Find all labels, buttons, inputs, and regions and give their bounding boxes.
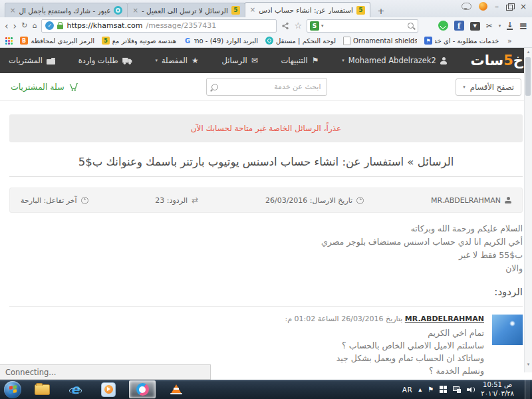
khamsat-logo[interactable]: خ5سات — [471, 54, 523, 68]
close-button[interactable]: × — [520, 3, 527, 11]
reply-line: تمام اخي الكريم — [285, 327, 484, 339]
search-engine-icon[interactable]: S — [310, 21, 319, 31]
scrollbar-thumb[interactable] — [525, 57, 531, 96]
nav-purchases[interactable]: المشتريات — [9, 56, 55, 65]
nav-notifications[interactable]: ⚑ التنبيهات — [281, 56, 319, 65]
url-domain: https://khamsat.com — [66, 21, 142, 30]
tab-close-icon[interactable]: × — [250, 7, 255, 13]
bookmark-item[interactable]: 5 هندسة صوتية وفلاتر مع... — [102, 37, 176, 45]
message-line: أخي الكريم انا لدي حساب ادسنس مستضاف بلو… — [9, 235, 523, 249]
tab-title: عبور - شارك واستمتع بأجمل ال — [19, 7, 110, 15]
message-line: السلام عليكم ورحمة الله وبركاته — [9, 222, 523, 235]
divider — [9, 176, 523, 177]
reply-avatar[interactable] — [492, 315, 523, 345]
bookmark-item[interactable]: Ornamental shields ... — [343, 37, 417, 45]
reload-icon[interactable]: ↻ — [21, 22, 27, 29]
home-icon[interactable]: ⌂ — [32, 22, 37, 29]
taskbar-explorer[interactable] — [29, 381, 55, 398]
reply-author-link[interactable]: MR.ABDELRAHMAN — [405, 315, 484, 323]
site-identity-icon[interactable]: ✓ — [45, 21, 54, 30]
bookmark-item[interactable]: G البريد الوارد (49) - mo... — [184, 37, 258, 45]
scroll-down-icon[interactable]: ▾ — [525, 360, 532, 368]
whatsapp-icon[interactable] — [438, 21, 448, 31]
page-viewport: خ5سات Mohamed Abdelrazek2 ▾ ⚑ التنبيهات … — [0, 48, 532, 380]
bookmark-item[interactable]: B الرمز البريدى لمحافظة ا... — [20, 37, 94, 45]
bookmark-label: خدمات مطلوبة - اي خدمة — [435, 37, 499, 45]
browser-search-bar[interactable]: S ▾ — [307, 19, 418, 33]
chevron-down-icon[interactable]: ▾ — [321, 23, 324, 29]
nav-user-menu[interactable]: Mohamed Abdelrazek2 ▾ — [342, 56, 448, 65]
vlc-cone-icon — [171, 384, 182, 394]
tray-expand-icon[interactable]: ▴ — [418, 386, 422, 393]
bookmarks-overflow-icon[interactable]: » — [507, 37, 512, 45]
scroll-up-icon[interactable]: ▴ — [525, 48, 532, 56]
tab-title: استفسار عن: انشاء حساب ادس — [259, 6, 353, 14]
screenshot-scissors-icon[interactable]: ✂ — [486, 21, 493, 31]
bookmark-label: الرمز البريدى لمحافظة ا... — [31, 37, 94, 45]
windows-logo-icon — [9, 385, 17, 394]
network-icon[interactable] — [453, 386, 461, 393]
tab-close-icon[interactable]: × — [10, 7, 15, 14]
taskbar-internet-explorer[interactable]: e — [63, 381, 88, 398]
service-search-input[interactable] — [221, 82, 322, 92]
bookmark-star-icon[interactable]: ☆ — [294, 21, 302, 31]
taskbar-media-player[interactable] — [96, 381, 121, 398]
share-icon[interactable] — [281, 22, 289, 30]
nav-favorites[interactable]: ★ المفضلة ▾ — [155, 56, 198, 65]
url-path: /message/2357431 — [146, 21, 216, 30]
cart-link[interactable]: سلة المشتريات — [11, 82, 78, 92]
language-indicator[interactable]: AR — [402, 386, 412, 394]
get-windows10-icon[interactable] — [440, 386, 447, 393]
desktop-screen: × عبور - شارك واستمتع بأجمل ال × الرسائل… — [0, 0, 532, 399]
minimize-button[interactable]: – — [495, 3, 499, 11]
bookmark-item[interactable]: لوحة التحكم | مستقل — [265, 37, 336, 45]
last-activity-label: آخر تفاعل: البارحة — [21, 196, 77, 205]
service-search-box[interactable] — [206, 78, 327, 96]
hello-chat-icon[interactable] — [462, 3, 471, 10]
browser-swirl-icon — [136, 383, 149, 396]
vertical-scrollbar[interactable]: ▴ ▾ — [524, 48, 532, 372]
meta-replies-count: ⇄ الردود: 23 — [155, 196, 198, 205]
restore-button[interactable] — [506, 5, 513, 11]
bookmarks-bar: B الرمز البريدى لمحافظة ا... 5 هندسة صوت… — [0, 34, 532, 48]
firefox-account-icon[interactable] — [479, 2, 487, 11]
taskbar-vlc[interactable] — [164, 381, 189, 398]
volume-icon[interactable] — [467, 386, 475, 393]
window-controls: – × — [462, 2, 527, 11]
tray-clock[interactable]: 10:51 ص ٢٠١٦/٠٣/٢٨ — [481, 381, 514, 398]
cart-label: سلة المشتريات — [11, 82, 65, 92]
tab-close-icon[interactable]: × — [132, 7, 138, 14]
chevron-down-icon[interactable]: ▾ — [499, 23, 501, 29]
tab-messages-not-sent[interactable]: × الرسائل لا ترسل الي العميل - 5 — [127, 3, 245, 17]
meta-author: MR.ABDELRAHMAN — [431, 196, 511, 205]
search-icon[interactable] — [408, 23, 414, 29]
user-icon — [440, 57, 448, 65]
system-tray: AR ▴ ⚑ 10:51 ص ٢٠١٦/٠٣/٢٨ — [402, 380, 532, 399]
facebook-icon[interactable]: f — [454, 21, 464, 31]
divider — [9, 306, 523, 307]
nav-incoming-orders[interactable]: طلبات واردة — [78, 56, 132, 65]
browser-search-input[interactable] — [326, 21, 406, 31]
tab-obour[interactable]: × عبور - شارك واستمتع بأجمل ال — [5, 3, 128, 17]
back-icon[interactable]: ‹ — [5, 21, 9, 31]
action-center-flag-icon[interactable]: ⚑ — [428, 386, 434, 393]
page-content: عذراً، الرسائل الخاصة غير متاحة لحسابك ا… — [0, 114, 532, 377]
page-title: الرسائل » استفسار عن: انشاء حساب ادسنس ي… — [9, 156, 523, 168]
url-bar[interactable]: ✓ https://khamsat.com /message/2357431 — [41, 19, 277, 33]
start-button[interactable] — [4, 381, 21, 398]
video-downloader-icon[interactable]: ▼ — [470, 22, 480, 31]
new-tab-button[interactable]: + — [372, 5, 390, 17]
taskbar-browser-active[interactable] — [129, 380, 156, 398]
menu-hamburger-icon[interactable]: ≡ — [519, 20, 527, 32]
browse-categories-button[interactable]: تصفح الأقسام ▾ — [456, 78, 521, 96]
forward-icon[interactable]: › — [13, 21, 17, 31]
show-desktop-button[interactable] — [525, 380, 530, 399]
nav-messages[interactable]: ✉ الرسائل — [222, 56, 258, 65]
folder-icon — [47, 59, 55, 65]
clock-icon — [81, 197, 88, 204]
bookmark-item[interactable]: ⚑ خدمات مطلوبة - اي خدمة — [424, 37, 499, 45]
apps-grid-icon[interactable] — [5, 37, 13, 45]
folder-icon — [35, 384, 50, 395]
tab-active-inquiry[interactable]: × استفسار عن: انشاء حساب ادس 5 — [245, 2, 370, 17]
downloads-icon[interactable]: ↓ — [507, 21, 513, 30]
